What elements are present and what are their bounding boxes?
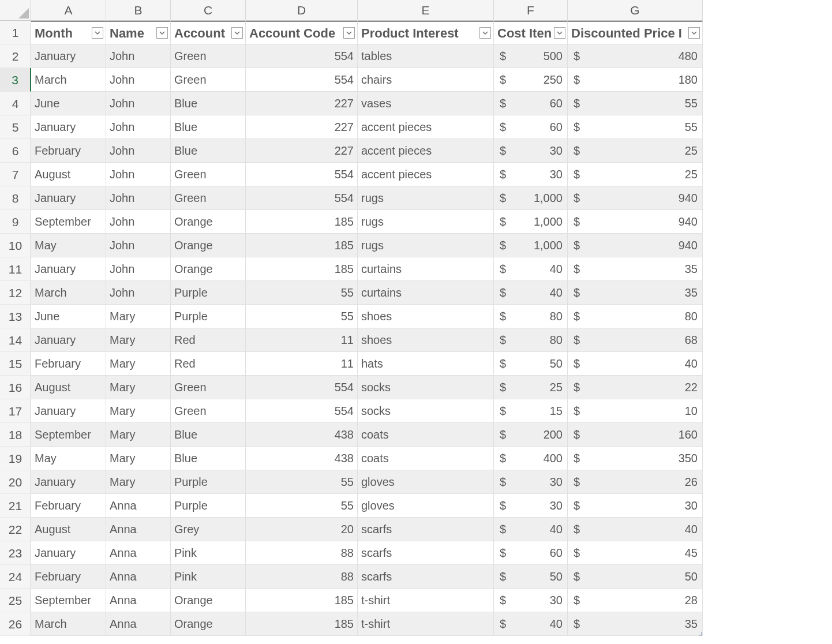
row-header[interactable]: 26 [0,612,31,636]
row-header[interactable]: 7 [0,163,31,186]
cell-name[interactable]: John [106,115,171,139]
cell-name[interactable]: Anna [106,565,171,589]
cell-account-code[interactable]: 554 [246,376,358,399]
cell-account-code[interactable]: 11 [246,352,358,376]
cell-product[interactable]: coats [358,447,494,470]
table-header-cell[interactable]: Account Code [246,21,358,44]
cell-account[interactable]: Orange [171,257,246,281]
cell-account-code[interactable]: 227 [246,115,358,139]
row-header[interactable]: 13 [0,305,31,328]
row-header[interactable]: 22 [0,518,31,541]
cell-discounted[interactable]: $30 [568,494,703,518]
cell-discounted[interactable]: $35 [568,257,703,281]
cell-account[interactable]: Green [171,163,246,186]
cell-cost[interactable]: $400 [494,447,568,470]
cell-product[interactable]: shoes [358,305,494,328]
cell-discounted[interactable]: $40 [568,352,703,376]
cell-product[interactable]: curtains [358,281,494,305]
cell-month[interactable]: February [31,565,106,589]
cell-name[interactable]: John [106,186,171,210]
filter-dropdown-button[interactable] [554,27,565,39]
cell-cost[interactable]: $1,000 [494,210,568,234]
row-header[interactable]: 15 [0,352,31,376]
cell-month[interactable]: January [31,186,106,210]
row-header[interactable]: 19 [0,447,31,470]
cell-month[interactable]: March [31,68,106,92]
cell-name[interactable]: John [106,163,171,186]
cell-cost[interactable]: $60 [494,541,568,565]
cell-account[interactable]: Pink [171,541,246,565]
cell-month[interactable]: September [31,210,106,234]
cell-name[interactable]: Mary [106,447,171,470]
cell-month[interactable]: June [31,305,106,328]
cell-month[interactable]: March [31,612,106,636]
cell-account[interactable]: Orange [171,589,246,612]
cell-discounted[interactable]: $55 [568,92,703,115]
cell-account-code[interactable]: 55 [246,470,358,494]
cell-product[interactable]: scarfs [358,541,494,565]
row-header[interactable]: 25 [0,589,31,612]
cell-discounted[interactable]: $180 [568,68,703,92]
cell-account-code[interactable]: 88 [246,565,358,589]
cell-account-code[interactable]: 55 [246,305,358,328]
cell-product[interactable]: gloves [358,494,494,518]
cell-product[interactable]: scarfs [358,565,494,589]
cell-discounted[interactable]: $940 [568,210,703,234]
cell-month[interactable]: February [31,352,106,376]
table-header-cell[interactable]: Name [106,21,171,44]
row-header[interactable]: 18 [0,423,31,447]
cell-month[interactable]: September [31,423,106,447]
cell-cost[interactable]: $1,000 [494,186,568,210]
cell-cost[interactable]: $15 [494,399,568,423]
cell-product[interactable]: accent pieces [358,115,494,139]
cell-account-code[interactable]: 20 [246,518,358,541]
cell-cost[interactable]: $80 [494,328,568,352]
cell-discounted[interactable]: $35 [568,281,703,305]
cell-name[interactable]: Mary [106,399,171,423]
row-header[interactable]: 23 [0,541,31,565]
cell-discounted[interactable]: $50 [568,565,703,589]
row-header[interactable]: 10 [0,234,31,257]
cell-discounted[interactable]: $68 [568,328,703,352]
cell-account-code[interactable]: 554 [246,68,358,92]
cell-name[interactable]: John [106,210,171,234]
cell-cost[interactable]: $80 [494,305,568,328]
cell-account[interactable]: Blue [171,115,246,139]
table-header-cell[interactable]: Account [171,21,246,44]
cell-name[interactable]: John [106,139,171,163]
cell-product[interactable]: shoes [358,328,494,352]
cell-account[interactable]: Purple [171,281,246,305]
cell-discounted[interactable]: $45 [568,541,703,565]
select-all-corner[interactable] [0,0,31,21]
cell-account-code[interactable]: 554 [246,399,358,423]
cell-account-code[interactable]: 185 [246,589,358,612]
row-header[interactable]: 24 [0,565,31,589]
cell-account-code[interactable]: 11 [246,328,358,352]
row-header[interactable]: 9 [0,210,31,234]
cell-name[interactable]: John [106,281,171,305]
table-header-cell[interactable]: Cost Iten [494,21,568,44]
row-header[interactable]: 4 [0,92,31,115]
cell-account-code[interactable]: 185 [246,234,358,257]
row-header[interactable]: 2 [0,44,31,68]
cell-name[interactable]: Mary [106,470,171,494]
cell-month[interactable]: March [31,281,106,305]
cell-account[interactable]: Orange [171,210,246,234]
row-header[interactable]: 20 [0,470,31,494]
row-header[interactable]: 5 [0,115,31,139]
row-header[interactable]: 14 [0,328,31,352]
cell-account-code[interactable]: 55 [246,281,358,305]
cell-discounted[interactable]: $25 [568,163,703,186]
filter-dropdown-button[interactable] [231,27,243,39]
cell-product[interactable]: socks [358,376,494,399]
cell-discounted[interactable]: $10 [568,399,703,423]
cell-discounted[interactable]: $480 [568,44,703,68]
cell-name[interactable]: Anna [106,494,171,518]
column-header-B[interactable]: B [106,0,171,21]
cell-product[interactable]: t-shirt [358,612,494,636]
filter-dropdown-button[interactable] [92,27,103,39]
cell-cost[interactable]: $30 [494,139,568,163]
cell-cost[interactable]: $40 [494,612,568,636]
cell-account[interactable]: Green [171,68,246,92]
cell-product[interactable]: rugs [358,234,494,257]
